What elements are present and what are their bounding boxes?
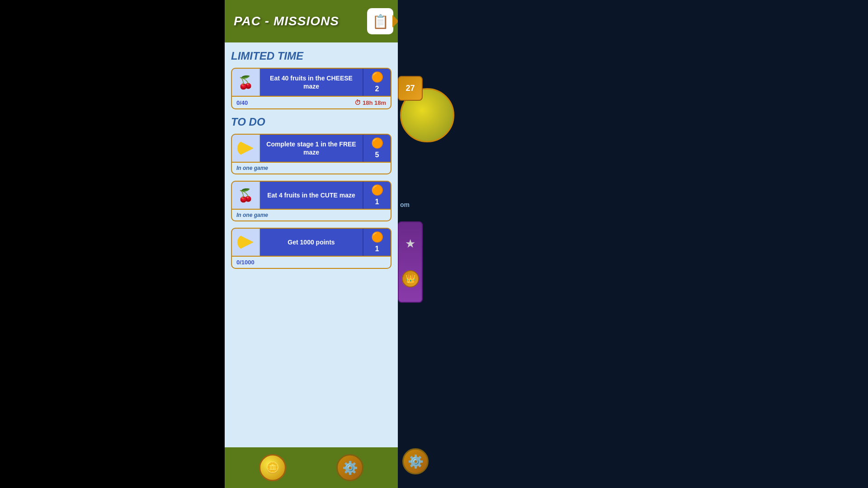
cute-reward-count: 1 bbox=[375, 198, 379, 206]
cheese-reward-count: 2 bbox=[375, 85, 379, 93]
cute-mission-top: 🍒 Eat 4 fruits in the CUTE maze 🟠 1 bbox=[232, 182, 391, 209]
free-mission-text: Complete stage 1 in the FREE maze bbox=[264, 140, 358, 156]
header: PAC - MISSIONS 📋 bbox=[225, 0, 398, 42]
cute-cherry-icon: 🍒 bbox=[238, 188, 254, 203]
points-mission-icon bbox=[232, 229, 260, 256]
free-mission-icon bbox=[232, 135, 260, 162]
cheese-timer: ⏱ 18h 18m bbox=[354, 99, 386, 106]
free-mission-card[interactable]: Complete stage 1 in the FREE maze 🟠 5 In… bbox=[231, 134, 392, 174]
free-reward-coin-icon: 🟠 bbox=[371, 137, 383, 149]
right-gear-icon: ⚙️ bbox=[408, 454, 424, 469]
cute-reward-coin-icon: 🟠 bbox=[371, 184, 383, 196]
free-reward-count: 5 bbox=[375, 151, 379, 159]
cute-mission-icon: 🍒 bbox=[232, 182, 260, 209]
crown-badge: 👑 bbox=[402, 270, 419, 287]
cute-mission-bottom: In one game bbox=[232, 209, 391, 221]
to-do-heading: TO DO bbox=[231, 116, 392, 128]
points-mission-text: Get 1000 points bbox=[288, 238, 335, 246]
points-reward-coin-icon: 🟠 bbox=[371, 231, 383, 243]
star-icon: ★ bbox=[405, 237, 415, 251]
points-pacman-icon bbox=[237, 234, 254, 250]
cute-mission-sub: In one game bbox=[236, 212, 268, 218]
page-title: PAC - MISSIONS bbox=[234, 14, 339, 28]
right-text: om bbox=[400, 201, 410, 208]
cheese-mission-bottom: 0/40 ⏱ 18h 18m bbox=[232, 96, 391, 108]
points-mission-text-area: Get 1000 points bbox=[260, 229, 363, 256]
bottom-coin-button[interactable]: 🪙 bbox=[259, 454, 286, 481]
left-panel bbox=[0, 0, 225, 488]
badge-number: 27 bbox=[406, 84, 415, 93]
pacman-icon bbox=[237, 140, 254, 156]
level-badge: 27 bbox=[398, 76, 423, 101]
cheese-mission-card[interactable]: 🍒 Eat 40 fruits in the CHEESE maze 🟠 2 0… bbox=[231, 68, 392, 109]
timer-icon: ⏱ bbox=[354, 99, 361, 106]
points-progress: 0/1000 bbox=[236, 259, 255, 266]
points-mission-reward: 🟠 1 bbox=[363, 229, 391, 256]
bottom-coin-icon: 🪙 bbox=[266, 461, 279, 474]
cherry-icon: 🍒 bbox=[238, 75, 254, 90]
limited-time-heading: LIMITED TIME bbox=[231, 50, 392, 62]
free-mission-top: Complete stage 1 in the FREE maze 🟠 5 bbox=[232, 135, 391, 162]
cute-mission-reward: 🟠 1 bbox=[363, 182, 391, 209]
reward-coin-icon: 🟠 bbox=[371, 71, 383, 83]
cheese-mission-text: Eat 40 fruits in the CHEESE maze bbox=[264, 74, 358, 90]
free-mission-bottom: In one game bbox=[232, 162, 391, 174]
cheese-progress: 0/40 bbox=[236, 99, 248, 106]
cheese-mission-reward: 🟠 2 bbox=[363, 69, 391, 96]
free-mission-text-area: Complete stage 1 in the FREE maze bbox=[260, 135, 363, 162]
missions-icon[interactable]: 📋 bbox=[367, 8, 393, 34]
gear-icon: ⚙️ bbox=[342, 460, 358, 475]
missions-content: LIMITED TIME 🍒 Eat 40 fruits in the CHEE… bbox=[225, 42, 398, 488]
cheese-mission-top: 🍒 Eat 40 fruits in the CHEESE maze 🟠 2 bbox=[232, 69, 391, 96]
points-mission-bottom: 0/1000 bbox=[232, 256, 391, 268]
bottom-bar: 🪙 ⚙️ bbox=[225, 447, 398, 488]
cute-mission-text-area: Eat 4 fruits in the CUTE maze bbox=[260, 182, 363, 209]
right-panel: 27 om ★ 👑 ⚙️ bbox=[398, 0, 868, 488]
header-icon-wrapper: 📋 bbox=[367, 8, 393, 34]
center-panel: PAC - MISSIONS 📋 LIMITED TIME 🍒 Eat 40 f… bbox=[225, 0, 398, 488]
free-mission-sub: In one game bbox=[236, 165, 268, 171]
bottom-gear-button[interactable]: ⚙️ bbox=[336, 454, 363, 481]
free-mission-reward: 🟠 5 bbox=[363, 135, 391, 162]
cheese-mission-icon: 🍒 bbox=[232, 69, 260, 96]
cute-mission-text: Eat 4 fruits in the CUTE maze bbox=[267, 191, 355, 199]
right-gear-button[interactable]: ⚙️ bbox=[402, 448, 429, 474]
points-mission-card[interactable]: Get 1000 points 🟠 1 0/1000 bbox=[231, 228, 392, 269]
points-reward-count: 1 bbox=[375, 245, 379, 253]
cute-mission-card[interactable]: 🍒 Eat 4 fruits in the CUTE maze 🟠 1 In o… bbox=[231, 181, 392, 221]
purple-decoration: ★ 👑 bbox=[398, 221, 423, 303]
points-mission-top: Get 1000 points 🟠 1 bbox=[232, 229, 391, 256]
cheese-time: 18h 18m bbox=[363, 99, 386, 106]
cheese-mission-text-area: Eat 40 fruits in the CHEESE maze bbox=[260, 69, 363, 96]
